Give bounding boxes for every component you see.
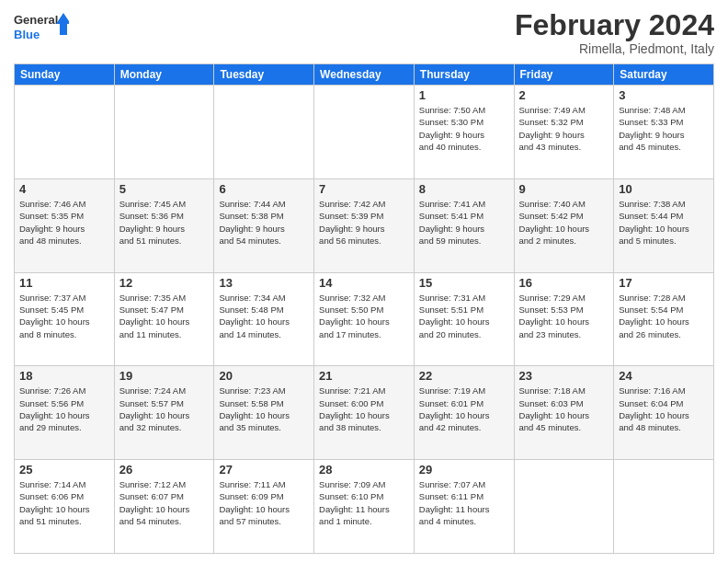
weekday-header-wednesday: Wednesday [314, 64, 415, 86]
calendar-cell: 11Sunrise: 7:37 AM Sunset: 5:45 PM Dayli… [15, 272, 115, 366]
day-number: 23 [519, 369, 609, 383]
calendar-body: 1Sunrise: 7:50 AM Sunset: 5:30 PM Daylig… [15, 86, 714, 554]
calendar-cell: 19Sunrise: 7:24 AM Sunset: 5:57 PM Dayli… [114, 366, 214, 460]
day-info: Sunrise: 7:32 AM Sunset: 5:50 PM Dayligh… [319, 292, 409, 340]
day-number: 28 [319, 463, 409, 477]
calendar-cell: 17Sunrise: 7:28 AM Sunset: 5:54 PM Dayli… [614, 272, 714, 366]
weekday-header-thursday: Thursday [414, 64, 514, 86]
day-info: Sunrise: 7:16 AM Sunset: 6:04 PM Dayligh… [619, 385, 709, 433]
day-info: Sunrise: 7:35 AM Sunset: 5:47 PM Dayligh… [119, 292, 210, 340]
day-info: Sunrise: 7:09 AM Sunset: 6:10 PM Dayligh… [319, 478, 409, 527]
svg-text:General: General [14, 13, 58, 27]
weekday-header-row: SundayMondayTuesdayWednesdayThursdayFrid… [15, 64, 714, 86]
day-info: Sunrise: 7:40 AM Sunset: 5:42 PM Dayligh… [519, 198, 609, 247]
day-info: Sunrise: 7:18 AM Sunset: 6:03 PM Dayligh… [519, 385, 609, 433]
day-info: Sunrise: 7:29 AM Sunset: 5:53 PM Dayligh… [519, 292, 609, 340]
week-row-3: 11Sunrise: 7:37 AM Sunset: 5:45 PM Dayli… [15, 272, 714, 366]
day-info: Sunrise: 7:37 AM Sunset: 5:45 PM Dayligh… [19, 292, 109, 340]
svg-text:Blue: Blue [14, 28, 40, 41]
subtitle: Rimella, Piedmont, Italy [515, 41, 714, 56]
week-row-5: 25Sunrise: 7:14 AM Sunset: 6:06 PM Dayli… [15, 460, 714, 554]
day-number: 13 [219, 276, 309, 290]
calendar-cell: 3Sunrise: 7:48 AM Sunset: 5:33 PM Daylig… [614, 86, 714, 179]
calendar-cell: 27Sunrise: 7:11 AM Sunset: 6:09 PM Dayli… [214, 460, 314, 554]
day-info: Sunrise: 7:38 AM Sunset: 5:44 PM Dayligh… [619, 198, 709, 247]
day-info: Sunrise: 7:24 AM Sunset: 5:57 PM Dayligh… [119, 385, 210, 433]
day-number: 7 [319, 182, 409, 196]
day-info: Sunrise: 7:11 AM Sunset: 6:09 PM Dayligh… [219, 478, 309, 527]
day-info: Sunrise: 7:44 AM Sunset: 5:38 PM Dayligh… [219, 198, 309, 247]
logo-svg: General Blue [14, 9, 69, 46]
title-block: February 2024 Rimella, Piedmont, Italy [515, 9, 714, 56]
calendar-cell: 21Sunrise: 7:21 AM Sunset: 6:00 PM Dayli… [314, 366, 415, 460]
day-info: Sunrise: 7:42 AM Sunset: 5:39 PM Dayligh… [319, 198, 409, 247]
calendar-cell: 5Sunrise: 7:45 AM Sunset: 5:36 PM Daylig… [114, 178, 214, 272]
calendar-cell: 20Sunrise: 7:23 AM Sunset: 5:58 PM Dayli… [214, 366, 314, 460]
day-number: 24 [619, 369, 709, 383]
day-number: 25 [19, 463, 109, 477]
day-number: 9 [519, 182, 609, 196]
calendar-cell: 18Sunrise: 7:26 AM Sunset: 5:56 PM Dayli… [15, 366, 115, 460]
calendar-cell: 24Sunrise: 7:16 AM Sunset: 6:04 PM Dayli… [614, 366, 714, 460]
day-info: Sunrise: 7:19 AM Sunset: 6:01 PM Dayligh… [419, 385, 509, 433]
calendar-cell [314, 86, 415, 179]
week-row-2: 4Sunrise: 7:46 AM Sunset: 5:35 PM Daylig… [15, 178, 714, 272]
day-number: 19 [119, 369, 210, 383]
day-info: Sunrise: 7:14 AM Sunset: 6:06 PM Dayligh… [19, 478, 109, 527]
day-number: 3 [619, 88, 709, 102]
day-number: 5 [119, 182, 210, 196]
calendar-cell: 26Sunrise: 7:12 AM Sunset: 6:07 PM Dayli… [114, 460, 214, 554]
calendar-table: SundayMondayTuesdayWednesdayThursdayFrid… [14, 63, 714, 554]
calendar-cell: 25Sunrise: 7:14 AM Sunset: 6:06 PM Dayli… [15, 460, 115, 554]
day-info: Sunrise: 7:26 AM Sunset: 5:56 PM Dayligh… [19, 385, 109, 433]
day-number: 6 [219, 182, 309, 196]
day-info: Sunrise: 7:31 AM Sunset: 5:51 PM Dayligh… [419, 292, 509, 340]
week-row-4: 18Sunrise: 7:26 AM Sunset: 5:56 PM Dayli… [15, 366, 714, 460]
day-number: 15 [419, 276, 509, 290]
calendar-cell: 9Sunrise: 7:40 AM Sunset: 5:42 PM Daylig… [514, 178, 614, 272]
day-info: Sunrise: 7:12 AM Sunset: 6:07 PM Dayligh… [119, 478, 210, 527]
calendar-cell [15, 86, 115, 179]
header: General Blue February 2024 Rimella, Pied… [14, 9, 714, 56]
day-number: 17 [619, 276, 709, 290]
calendar-cell [114, 86, 214, 179]
calendar-cell: 1Sunrise: 7:50 AM Sunset: 5:30 PM Daylig… [414, 86, 514, 179]
day-info: Sunrise: 7:07 AM Sunset: 6:11 PM Dayligh… [419, 478, 509, 527]
weekday-header-tuesday: Tuesday [214, 64, 314, 86]
day-number: 16 [519, 276, 609, 290]
day-info: Sunrise: 7:46 AM Sunset: 5:35 PM Dayligh… [19, 198, 109, 247]
calendar-cell [514, 460, 614, 554]
day-number: 14 [319, 276, 409, 290]
day-info: Sunrise: 7:48 AM Sunset: 5:33 PM Dayligh… [619, 104, 709, 153]
calendar-cell: 22Sunrise: 7:19 AM Sunset: 6:01 PM Dayli… [414, 366, 514, 460]
weekday-header-monday: Monday [114, 64, 214, 86]
calendar-cell: 29Sunrise: 7:07 AM Sunset: 6:11 PM Dayli… [414, 460, 514, 554]
day-info: Sunrise: 7:50 AM Sunset: 5:30 PM Dayligh… [419, 104, 509, 153]
day-number: 27 [219, 463, 309, 477]
weekday-header-friday: Friday [514, 64, 614, 86]
day-info: Sunrise: 7:34 AM Sunset: 5:48 PM Dayligh… [219, 292, 309, 340]
calendar-cell: 10Sunrise: 7:38 AM Sunset: 5:44 PM Dayli… [614, 178, 714, 272]
day-number: 29 [419, 463, 509, 477]
calendar-cell: 2Sunrise: 7:49 AM Sunset: 5:32 PM Daylig… [514, 86, 614, 179]
day-info: Sunrise: 7:45 AM Sunset: 5:36 PM Dayligh… [119, 198, 210, 247]
day-number: 10 [619, 182, 709, 196]
calendar-cell [214, 86, 314, 179]
week-row-1: 1Sunrise: 7:50 AM Sunset: 5:30 PM Daylig… [15, 86, 714, 179]
calendar-cell: 12Sunrise: 7:35 AM Sunset: 5:47 PM Dayli… [114, 272, 214, 366]
day-number: 11 [19, 276, 109, 290]
day-number: 18 [19, 369, 109, 383]
day-number: 22 [419, 369, 509, 383]
calendar-cell: 8Sunrise: 7:41 AM Sunset: 5:41 PM Daylig… [414, 178, 514, 272]
day-number: 26 [119, 463, 210, 477]
weekday-header-saturday: Saturday [614, 64, 714, 86]
calendar-cell: 6Sunrise: 7:44 AM Sunset: 5:38 PM Daylig… [214, 178, 314, 272]
day-number: 20 [219, 369, 309, 383]
month-title: February 2024 [515, 9, 714, 41]
calendar-cell: 15Sunrise: 7:31 AM Sunset: 5:51 PM Dayli… [414, 272, 514, 366]
day-number: 4 [19, 182, 109, 196]
calendar-header: SundayMondayTuesdayWednesdayThursdayFrid… [15, 64, 714, 86]
calendar-cell: 13Sunrise: 7:34 AM Sunset: 5:48 PM Dayli… [214, 272, 314, 366]
day-info: Sunrise: 7:28 AM Sunset: 5:54 PM Dayligh… [619, 292, 709, 340]
day-number: 1 [419, 88, 509, 102]
